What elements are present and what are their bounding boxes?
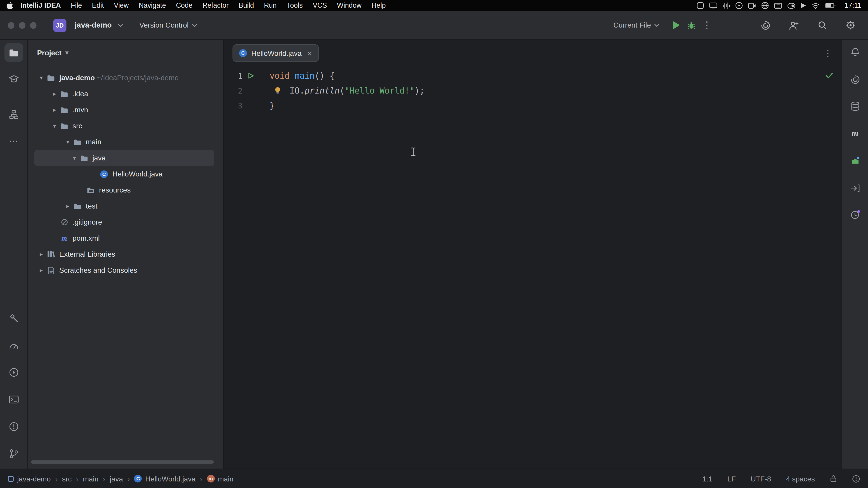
inspections-ok-check-icon[interactable] (825, 72, 833, 78)
vcs-widget[interactable]: Version Control (140, 21, 197, 29)
database-icon[interactable] (850, 101, 860, 111)
chevron-right-icon[interactable]: ▸ (50, 90, 59, 97)
menubar-clock[interactable]: 17:11 (844, 2, 861, 9)
chevron-down-icon[interactable]: ▾ (70, 154, 79, 162)
camera-icon[interactable] (748, 2, 756, 8)
caret-position-widget[interactable]: 1:1 (702, 475, 712, 483)
project-toolwindow-button[interactable] (4, 43, 23, 62)
apple-icon[interactable] (6, 1, 14, 10)
recent-history-icon[interactable] (850, 210, 860, 220)
play-icon[interactable] (800, 2, 806, 9)
menu-file[interactable]: File (66, 2, 87, 9)
window-zoom-button[interactable] (30, 22, 36, 29)
line-number[interactable]: 3 (223, 101, 242, 110)
maven-toolwindow-icon[interactable]: m (851, 129, 858, 138)
code-with-me-icon[interactable] (786, 18, 802, 33)
settings-gear-icon[interactable] (842, 18, 858, 33)
tree-item-gitignore[interactable]: .gitignore (28, 214, 223, 230)
display-mirroring-icon[interactable] (709, 2, 717, 9)
menu-build[interactable]: Build (234, 2, 259, 9)
tree-item-src[interactable]: ▾ src (28, 118, 223, 134)
menu-help[interactable]: Help (366, 2, 391, 9)
tree-item-main[interactable]: ▾ main (28, 134, 223, 150)
menu-code[interactable]: Code (171, 2, 197, 9)
run-configuration-selector[interactable]: Current File (614, 21, 659, 29)
close-tab-icon[interactable]: × (307, 49, 312, 57)
menu-vcs[interactable]: VCS (308, 2, 332, 9)
menu-tools[interactable]: Tools (282, 2, 308, 9)
learn-icon[interactable] (8, 75, 19, 84)
breadcrumb-src[interactable]: src (62, 475, 71, 483)
profiler-gauge-icon[interactable] (8, 341, 19, 350)
line-separator-widget[interactable]: LF (727, 475, 736, 483)
audio-wave-icon[interactable] (722, 2, 730, 9)
build-hammer-icon[interactable] (9, 313, 18, 323)
terminal-icon[interactable] (8, 395, 19, 404)
menu-window[interactable]: Window (332, 2, 366, 9)
intention-bulb-icon[interactable] (274, 86, 281, 95)
menu-edit[interactable]: Edit (87, 2, 109, 9)
puzzle-plugin-icon[interactable] (850, 156, 860, 165)
keyboard-icon[interactable] (774, 2, 782, 8)
tree-item-idea[interactable]: ▸ .idea (28, 86, 223, 102)
menu-view[interactable]: View (109, 2, 134, 9)
ai-assistant-icon[interactable] (850, 75, 860, 85)
chevron-down-icon[interactable]: ▾ (50, 122, 59, 129)
tree-item-resources[interactable]: resources (28, 182, 223, 198)
line-number[interactable]: 1 (223, 71, 242, 80)
globe-icon[interactable] (761, 2, 769, 9)
wifi-icon[interactable] (811, 2, 819, 8)
breadcrumb-java-dir[interactable]: java (110, 475, 123, 483)
run-gutter-icon[interactable] (248, 72, 254, 79)
editor-body[interactable]: 1 void main() { 2 IO.println("Hello Worl… (223, 66, 841, 468)
chevron-right-icon[interactable]: ▸ (50, 106, 59, 113)
tree-item-java-selected[interactable]: ▾ java (34, 150, 214, 166)
tree-item-mvn[interactable]: ▸ .mvn (28, 102, 223, 118)
shazam-icon[interactable] (735, 2, 743, 9)
window-close-button[interactable] (8, 22, 14, 29)
menu-app-name[interactable]: IntelliJ IDEA (15, 2, 66, 9)
more-toolwindows-icon[interactable]: ⋯ (9, 135, 18, 147)
project-widget[interactable]: JD java-demo (53, 19, 123, 32)
breadcrumb-project[interactable]: java-demo (8, 475, 51, 483)
git-branch-icon[interactable] (9, 449, 18, 459)
services-play-icon[interactable] (8, 367, 19, 377)
tree-item-helloworld[interactable]: C HelloWorld.java (28, 166, 223, 182)
breadcrumb-file[interactable]: C HelloWorld.java (134, 475, 195, 483)
breadcrumb-main-dir[interactable]: main (83, 475, 98, 483)
project-panel-header[interactable]: Project ▾ (28, 40, 223, 65)
enter-arrow-icon[interactable] (850, 184, 860, 192)
tab-options-kebab-icon[interactable]: ⋮ (823, 47, 833, 59)
editor-tab-helloworld[interactable]: C HelloWorld.java × (232, 44, 319, 62)
tree-item-external-libraries[interactable]: ▸ External Libraries (28, 246, 223, 262)
readonly-lock-icon[interactable] (830, 475, 837, 482)
tree-item-scratches[interactable]: ▸ Scratches and Consoles (28, 262, 223, 278)
chevron-right-icon[interactable]: ▸ (37, 267, 46, 274)
chevron-right-icon[interactable]: ▸ (37, 251, 46, 258)
indent-widget[interactable]: 4 spaces (786, 475, 815, 483)
structure-icon[interactable] (9, 110, 18, 119)
notifications-bell-icon[interactable] (850, 47, 860, 57)
menu-navigate[interactable]: Navigate (133, 2, 171, 9)
run-button[interactable] (668, 18, 684, 33)
more-actions-button[interactable]: ⋮ (699, 18, 715, 33)
app-badge-icon[interactable] (696, 2, 704, 9)
menu-refactor[interactable]: Refactor (197, 2, 234, 9)
control-center-icon[interactable] (787, 2, 796, 8)
search-everywhere-icon[interactable] (814, 18, 830, 33)
tree-item-test[interactable]: ▸ test (28, 198, 223, 214)
line-number[interactable]: 2 (223, 86, 242, 95)
horizontal-scrollbar[interactable] (31, 460, 214, 464)
chevron-down-icon[interactable]: ▾ (63, 138, 72, 145)
chevron-down-icon[interactable]: ▾ (37, 74, 46, 81)
ai-assistant-icon[interactable] (758, 18, 774, 33)
tree-item-pom[interactable]: m pom.xml (28, 230, 223, 246)
window-minimize-button[interactable] (19, 22, 25, 29)
problems-icon[interactable] (8, 422, 19, 431)
chevron-right-icon[interactable]: ▸ (63, 202, 72, 210)
breadcrumb-method[interactable]: m main (207, 475, 234, 483)
tree-item-project-root[interactable]: ▾ java-demo ~/IdeaProjects/java-demo (28, 70, 223, 86)
battery-icon[interactable] (825, 3, 836, 8)
menu-run[interactable]: Run (259, 2, 282, 9)
inspections-widget-icon[interactable] (852, 475, 860, 483)
